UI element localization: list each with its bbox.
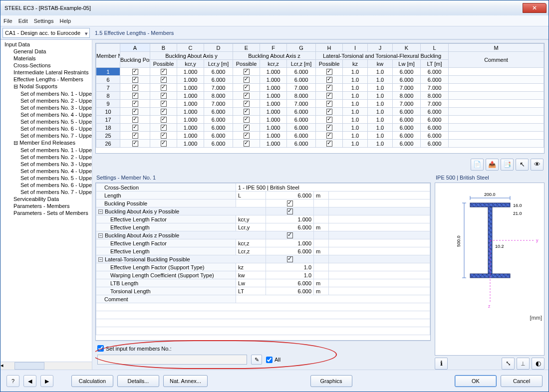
row-header[interactable]: 1 [96,68,120,76]
nat-annex-button[interactable]: Nat. Annex... [163,375,208,387]
menu-settings[interactable]: Settings [34,18,54,24]
calculation-button[interactable]: Calculation [71,375,113,387]
tree-mer[interactable]: ⊟ Member End Releases [0,139,92,147]
section-svg: 200.0 500.0 16.0 21.0 10.2 y z [435,183,544,313]
row-header[interactable]: 9 [96,100,120,108]
tree-item[interactable]: Parameters - Members [0,202,92,209]
col-D[interactable]: D [204,44,233,52]
axis-icon[interactable]: ⤡ [502,358,515,370]
graphics-button[interactable]: Graphics [310,375,352,387]
col-L[interactable]: L [421,44,449,52]
tree-scroll[interactable]: Input Data General Data Materials Cross-… [0,40,92,362]
settings-grid[interactable]: Cross-Section1 - IPE 500 | British Steel… [95,183,431,341]
tree-item[interactable]: Parameters - Sets of Members [0,209,92,216]
col-G[interactable]: G [287,44,316,52]
row-header[interactable]: 18 [96,124,120,132]
row-header[interactable]: 6 [96,76,120,84]
tree-root[interactable]: Input Data [0,41,92,48]
menu-edit[interactable]: Edit [18,18,28,24]
checkbox[interactable] [287,256,293,262]
col-member-no[interactable]: Member No. [96,44,120,68]
checkbox[interactable] [287,232,293,238]
tree-item[interactable]: Materials [0,55,92,62]
col-I[interactable]: I [343,44,368,52]
col-comment[interactable]: Comment [449,52,544,68]
tree-item[interactable]: Set of members No. 7 - Upper chord [0,132,92,139]
col-M[interactable]: M [449,44,544,52]
tree-item[interactable]: Set of members No. 2 - Upper chord [0,154,92,161]
cancel-button[interactable]: Cancel [501,375,543,387]
menu-help[interactable]: Help [59,18,71,24]
tree-item[interactable]: Set of members No. 5 - Upper chord [0,118,92,125]
checkbox[interactable] [287,200,293,206]
set-input-all[interactable]: All [266,357,280,363]
set-input-field[interactable] [97,355,247,365]
pick-members-icon[interactable]: ✎ [251,355,262,365]
row-header[interactable]: 26 [96,140,120,148]
tree-item[interactable]: Set of members No. 3 - Upper chord [0,161,92,168]
row-header[interactable]: 8 [96,92,120,100]
col-bz[interactable]: Buckling About Axis z [233,52,316,60]
tree-item[interactable]: Set of members No. 7 - Upper chord [0,189,92,196]
col-B[interactable]: B [150,44,177,52]
col-J[interactable]: J [368,44,393,52]
tree-item[interactable]: Set of members No. 6 - Upper chord [0,125,92,132]
tree-item[interactable]: Set of members No. 2 - Upper chord [0,97,92,104]
members-grid[interactable]: Member No. A B C D E F G H I J K [95,43,545,154]
set-input-check[interactable]: Set input for members No.: [97,345,429,352]
tree-item[interactable]: General Data [0,48,92,55]
tree-item[interactable]: Cross-Sections [0,62,92,69]
help-icon[interactable]: ? [6,375,19,387]
tree-nodal[interactable]: ⊟ Nodal Supports [0,83,92,90]
close-button[interactable]: ✕ [523,3,547,13]
row-header[interactable]: 25 [96,132,120,140]
nav-tree[interactable]: Input Data General Data Materials Cross-… [0,40,92,370]
ok-button[interactable]: OK [455,375,497,387]
col-A[interactable]: A [120,44,150,52]
checkbox [326,101,332,107]
col-H[interactable]: H [316,44,343,52]
col-lt[interactable]: Lateral-Torsional and Torsional-Flexural… [316,52,449,60]
tree-item[interactable]: Effective Lengths - Members [0,76,92,83]
tree-item[interactable]: Serviceability Data [0,196,92,202]
col-K[interactable]: K [393,44,421,52]
checkbox [161,69,167,75]
checkbox [161,141,167,147]
tree-item[interactable]: Intermediate Lateral Restraints [0,69,92,76]
col-F[interactable]: F [260,44,287,52]
tree-item[interactable]: Set of members No. 5 - Upper chord [0,175,92,182]
info-icon[interactable]: ℹ [435,358,448,370]
row-header[interactable]: 7 [96,84,120,92]
details-button[interactable]: Details... [117,375,159,387]
dim-icon[interactable]: ⟂ [517,358,530,370]
export-icon[interactable]: 📤 [486,159,499,171]
checkbox[interactable] [287,208,293,214]
case-combo[interactable]: CA1 - Design acc. to Eurocode [2,28,90,38]
row-header[interactable]: 10 [96,108,120,116]
window-title: STEEL EC3 - [RSTAB-Example-05] [4,5,91,11]
tree-item[interactable]: Set of members No. 4 - Upper chord [0,168,92,175]
col-buckling[interactable]: Buckling Possible [120,52,150,68]
menu-file[interactable]: File [3,18,12,24]
row-header[interactable]: 17 [96,116,120,124]
svg-text:21.0: 21.0 [513,211,522,216]
render-icon[interactable]: ◐ [532,358,545,370]
page-heading: 1.5 Effective Lengths - Members [93,29,176,37]
tree-item[interactable]: Set of members No. 1 - Upper chord [0,90,92,97]
checkbox [132,141,138,147]
col-by[interactable]: Buckling About Axis y [150,52,233,60]
pick-icon[interactable]: ↖ [516,159,529,171]
tree-hscroll[interactable]: ◂ [0,362,92,370]
import-icon[interactable]: 📄 [471,159,484,171]
tree-item[interactable]: Set of members No. 3 - Upper chord [0,104,92,111]
col-E[interactable]: E [233,44,260,52]
tree-item[interactable]: Set of members No. 6 - Upper chord [0,182,92,189]
next-icon[interactable]: ▶ [40,375,53,387]
tree-item[interactable]: Set of members No. 1 - Upper chord [0,147,92,154]
view-icon[interactable]: 👁 [531,159,544,171]
col-C[interactable]: C [177,44,204,52]
filter-icon[interactable]: 📑 [501,159,514,171]
tree-item[interactable]: Set of members No. 4 - Upper chord [0,111,92,118]
checkbox [244,125,250,131]
prev-icon[interactable]: ◀ [23,375,36,387]
